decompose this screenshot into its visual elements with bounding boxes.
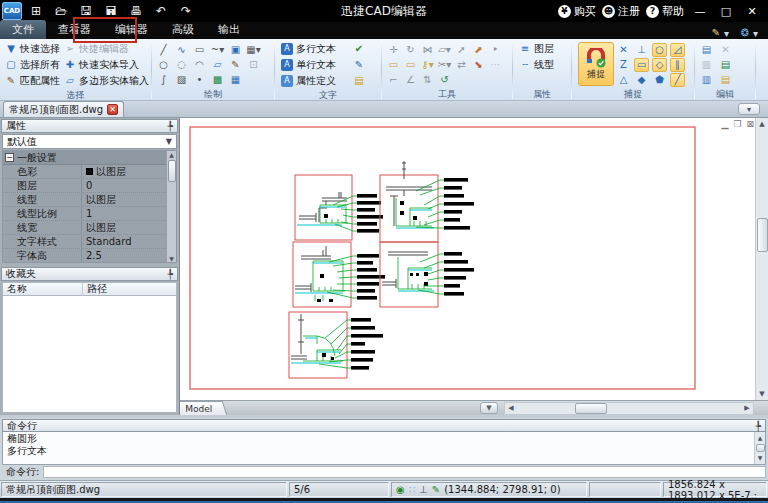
- redo-button[interactable]: ↷: [175, 2, 197, 20]
- snap-extension-icon[interactable]: Z: [616, 58, 631, 72]
- scroll-up-icon[interactable]: ▲: [169, 151, 174, 158]
- move-icon[interactable]: ✛: [386, 43, 401, 57]
- tab-close-icon[interactable]: ✕: [107, 104, 118, 115]
- tab-advanced[interactable]: 高级: [160, 20, 206, 39]
- line-icon[interactable]: ╱: [156, 43, 171, 57]
- freehand-icon[interactable]: ∫: [156, 73, 171, 87]
- grid-status-icon[interactable]: ∷: [409, 485, 415, 495]
- pin-icon[interactable]: ╄: [756, 421, 761, 431]
- buy-button[interactable]: ¥购买: [558, 4, 596, 19]
- favorites-list[interactable]: [2, 296, 177, 413]
- snap-perpendicular-icon[interactable]: ⊥: [634, 43, 649, 57]
- align-icon[interactable]: ⇅: [420, 73, 435, 87]
- close-button[interactable]: ✕: [742, 3, 762, 19]
- command-scrollbar[interactable]: ▲ ▼: [754, 432, 765, 464]
- options-menu-button[interactable]: ❂▾: [739, 27, 758, 39]
- tab-viewer[interactable]: 查看器: [46, 20, 103, 39]
- properties-scrollbar[interactable]: ▲ ▼: [166, 151, 176, 262]
- minimize-button[interactable]: —: [690, 3, 710, 19]
- pin-icon[interactable]: ╄: [168, 121, 173, 131]
- property-row-ltscale[interactable]: 线型比例 1: [3, 207, 176, 221]
- register-button[interactable]: ☻注册: [602, 4, 640, 19]
- open-file-button[interactable]: 🗁: [50, 2, 72, 20]
- print-button[interactable]: 🖶: [125, 2, 147, 20]
- ribbon-collapse-button[interactable]: ▾: [738, 103, 760, 115]
- snap-parallel-icon[interactable]: ∥: [670, 58, 685, 72]
- copy-icon[interactable]: ▥: [699, 73, 714, 87]
- collapse-minus-icon[interactable]: −: [5, 153, 14, 162]
- mtext-button[interactable]: A多行文本: [279, 41, 351, 57]
- snap-endpoint-icon[interactable]: ▭: [634, 58, 649, 72]
- help-button[interactable]: ?帮助: [646, 4, 684, 19]
- snap-quadrant-icon[interactable]: ◆: [634, 73, 649, 87]
- snap-node-icon[interactable]: ◇: [652, 58, 667, 72]
- folder-closed-icon[interactable]: ▭: [403, 58, 418, 72]
- cut-icon[interactable]: ▥: [699, 58, 714, 72]
- snap-center-icon[interactable]: ○: [652, 43, 667, 57]
- save-button[interactable]: 🖫: [75, 2, 97, 20]
- swap-icon[interactable]: ⇄: [454, 58, 469, 72]
- scroll-thumb[interactable]: [575, 403, 607, 414]
- key-icon[interactable]: ⚷▾: [420, 58, 435, 72]
- property-row-linetype[interactable]: 线型 以图层: [3, 193, 176, 207]
- rectangle-icon[interactable]: ▭: [192, 43, 207, 57]
- text-button[interactable]: A单行文本: [279, 57, 351, 73]
- quick-select-button[interactable]: ▼快速选择: [3, 41, 62, 57]
- pin-icon[interactable]: ╄: [168, 269, 173, 279]
- scroll-thumb[interactable]: [168, 160, 176, 182]
- folder-open-icon[interactable]: ▭: [386, 58, 401, 72]
- property-row-lineweight[interactable]: 线宽 以图层: [3, 221, 176, 235]
- new-file-button[interactable]: ⊞: [25, 2, 47, 20]
- match-properties-button[interactable]: ✎匹配属性: [3, 73, 62, 89]
- rotate-icon[interactable]: ↻: [403, 43, 418, 57]
- undo-button[interactable]: ↶: [150, 2, 172, 20]
- snap-nearest-icon[interactable]: ╱: [670, 73, 685, 87]
- scroll-right-icon[interactable]: ▶: [741, 404, 753, 412]
- document-tab[interactable]: 常规吊顶剖面图.dwg ✕: [3, 101, 124, 117]
- paste-icon[interactable]: ▤: [699, 43, 714, 57]
- scroll-up-icon[interactable]: ▲: [758, 432, 763, 444]
- snap-insertion-icon[interactable]: ⬟: [652, 73, 667, 87]
- favorites-panel-header[interactable]: 收藏夹 ╄: [1, 267, 178, 281]
- scroll-down-icon[interactable]: ▼: [759, 388, 764, 400]
- property-row-textstyle[interactable]: 文字样式 Standard: [3, 235, 176, 249]
- arc-icon[interactable]: ◠: [192, 58, 207, 72]
- scroll-left-icon[interactable]: ◀: [505, 404, 517, 412]
- circle-icon[interactable]: ○: [156, 58, 171, 72]
- mdi-restore-icon[interactable]: ❐: [733, 119, 741, 129]
- layout-dropdown-button[interactable]: ▼: [480, 402, 498, 414]
- edit-text-button[interactable]: ▤: [351, 73, 367, 89]
- scroll-down-icon[interactable]: ▼: [169, 255, 174, 262]
- tab-output[interactable]: 输出: [206, 20, 252, 39]
- delete-icon[interactable]: ✕: [718, 43, 733, 57]
- property-row-textheight[interactable]: 字体高 2.5: [3, 249, 176, 263]
- ortho-status-icon[interactable]: ⊥: [419, 485, 428, 495]
- scroll-thumb[interactable]: [756, 444, 765, 452]
- command-panel-header[interactable]: 命令行 ╄: [2, 419, 766, 432]
- save-as-button[interactable]: 🖬: [100, 2, 122, 20]
- quick-entity-import-button[interactable]: ✚快速实体导入: [62, 57, 151, 73]
- linetype-button[interactable]: ╌线型: [517, 57, 556, 73]
- property-category[interactable]: − 一般设置: [3, 151, 176, 165]
- point-icon[interactable]: •: [192, 73, 207, 87]
- raster-icon[interactable]: ▩: [210, 73, 225, 87]
- spell-check-button[interactable]: ✔: [351, 41, 367, 57]
- mdi-minimize-icon[interactable]: ▁: [721, 119, 728, 129]
- image-insert-icon[interactable]: ▦▾: [246, 43, 261, 57]
- spline-icon[interactable]: ~▾: [210, 43, 225, 57]
- command-input[interactable]: [43, 466, 766, 478]
- paste-block-icon[interactable]: ▤: [718, 58, 733, 72]
- fillet-icon[interactable]: ⌐: [386, 73, 401, 87]
- col-name[interactable]: 名称: [3, 282, 83, 296]
- block-import-icon[interactable]: ⬈: [471, 43, 486, 57]
- cad-logo-icon[interactable]: CAD: [2, 2, 22, 20]
- drawing-canvas[interactable]: ▁ ❐ ⊠: [180, 118, 768, 415]
- select-all-button[interactable]: ▢选择所有: [3, 57, 62, 73]
- wipeout-icon[interactable]: ⊡: [246, 58, 261, 72]
- quick-editor-button[interactable]: ➢快捷编辑器: [62, 41, 151, 57]
- mirror-icon[interactable]: ⋈: [420, 43, 435, 57]
- snap-status-icon[interactable]: ◉: [396, 485, 405, 495]
- mdi-close-icon[interactable]: ⊠: [746, 119, 754, 129]
- scroll-thumb[interactable]: [757, 218, 768, 252]
- offset-copy-icon[interactable]: ▱▾: [437, 43, 452, 57]
